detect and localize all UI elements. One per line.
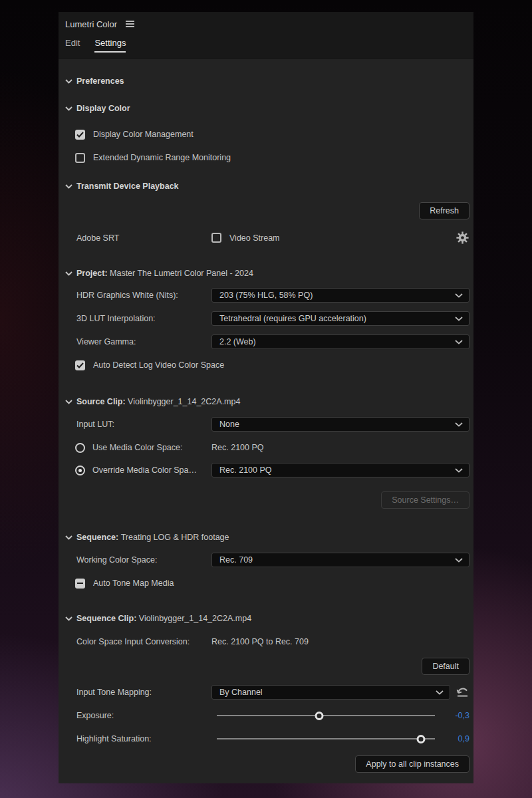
tab-bar: Edit Settings bbox=[65, 38, 467, 53]
slider-track[interactable] bbox=[217, 738, 435, 739]
field-label: 3D LUT Interpolation: bbox=[76, 314, 211, 323]
radio-label: Override Media Color Spa… bbox=[92, 466, 211, 475]
slider-track[interactable] bbox=[217, 715, 435, 716]
display-color-management-row: Display Color Management bbox=[76, 129, 469, 140]
auto-detect-log-checkbox[interactable] bbox=[75, 360, 85, 370]
dropdown-value: None bbox=[219, 420, 455, 429]
use-media-radio[interactable] bbox=[75, 443, 85, 453]
dropdown-value: Rec. 709 bbox=[219, 555, 455, 565]
apply-row: Apply to all clip instances bbox=[76, 755, 469, 773]
video-stream-label: Video Stream bbox=[229, 233, 280, 243]
chevron-down-icon bbox=[436, 690, 444, 695]
tab-edit[interactable]: Edit bbox=[65, 38, 80, 51]
chevron-down-icon bbox=[455, 468, 463, 473]
chevron-down-icon bbox=[455, 422, 463, 427]
auto-tone-map-checkbox[interactable] bbox=[75, 579, 85, 589]
tab-settings[interactable]: Settings bbox=[94, 38, 126, 53]
default-button[interactable]: Default bbox=[422, 658, 469, 675]
video-stream-checkbox[interactable] bbox=[211, 233, 221, 243]
section-title: Source Clip: bbox=[76, 397, 128, 406]
checkbox-label: Extended Dynamic Range Monitoring bbox=[93, 153, 231, 162]
chevron-down-icon bbox=[455, 293, 463, 298]
override-media-color-space-row: Override Media Color Spa… Rec. 2100 PQ bbox=[76, 463, 469, 477]
adobe-srt-label: Adobe SRT bbox=[76, 233, 211, 243]
section-sequence[interactable]: Sequence: Treating LOG & HDR footage bbox=[65, 532, 469, 543]
hdr-graphics-white-row: HDR Graphics White (Nits): 203 (75% HLG,… bbox=[76, 288, 469, 303]
chevron-down-icon bbox=[65, 184, 73, 189]
section-title: Sequence Clip: bbox=[76, 614, 139, 623]
slider-handle[interactable] bbox=[315, 712, 323, 720]
chevron-down-icon bbox=[65, 399, 73, 404]
display-color-management-checkbox[interactable] bbox=[75, 130, 85, 140]
slider-handle[interactable] bbox=[416, 735, 425, 743]
field-label: Input Tone Mapping: bbox=[76, 688, 211, 697]
use-media-color-space-row: Use Media Color Space: Rec. 2100 PQ bbox=[76, 442, 469, 453]
source-settings-row: Source Settings… bbox=[76, 491, 469, 509]
checkmark-icon bbox=[76, 362, 84, 368]
radio-label: Use Media Color Space: bbox=[92, 443, 211, 452]
checkbox-label: Auto Tone Map Media bbox=[93, 579, 174, 588]
highlight-saturation-value[interactable]: 0,9 bbox=[440, 734, 469, 743]
chevron-down-icon bbox=[455, 340, 463, 344]
field-label: Highlight Saturation: bbox=[76, 734, 211, 743]
chevron-down-icon bbox=[65, 616, 73, 621]
section-source-clip[interactable]: Source Clip: Violinbygger_1_14_2C2A.mp4 bbox=[65, 396, 469, 407]
section-title: Project: bbox=[76, 269, 110, 278]
chevron-down-icon bbox=[455, 317, 463, 321]
checkbox-label: Display Color Management bbox=[93, 130, 194, 139]
section-transmit-device-playback[interactable]: Transmit Device Playback bbox=[65, 181, 469, 192]
section-sequence-clip[interactable]: Sequence Clip: Violinbygger_1_14_2C2A.mp… bbox=[65, 613, 469, 624]
working-color-space-dropdown[interactable]: Rec. 709 bbox=[211, 553, 469, 567]
exposure-slider[interactable] bbox=[213, 709, 439, 722]
lut-interpolation-dropdown[interactable]: Tetrahedral (requires GPU acceleration) bbox=[211, 311, 469, 326]
input-tone-mapping-dropdown[interactable]: By Channel bbox=[211, 685, 450, 700]
field-label: HDR Graphics White (Nits): bbox=[76, 291, 211, 300]
section-title: Display Color bbox=[76, 104, 130, 113]
input-lut-dropdown[interactable]: None bbox=[211, 417, 469, 432]
section-title: Sequence: bbox=[76, 533, 121, 542]
extended-dynamic-range-checkbox[interactable] bbox=[75, 153, 85, 163]
exposure-value[interactable]: -0,3 bbox=[440, 711, 469, 720]
dropdown-value: Tetrahedral (requires GPU acceleration) bbox=[219, 314, 455, 323]
adobe-srt-row: Adobe SRT Video Stream bbox=[76, 231, 469, 245]
override-media-radio[interactable] bbox=[75, 466, 85, 475]
lumetri-color-panel: Lumetri Color Edit Settings Preferences … bbox=[59, 12, 473, 783]
panel-title: Lumetri Color bbox=[65, 19, 117, 29]
hamburger-menu-icon[interactable] bbox=[126, 21, 134, 27]
source-clip-name: Violinbygger_1_14_2C2A.mp4 bbox=[128, 397, 240, 406]
dropdown-value: By Channel bbox=[219, 688, 436, 697]
section-title: Transmit Device Playback bbox=[76, 182, 179, 191]
refresh-button[interactable]: Refresh bbox=[419, 202, 469, 219]
checkmark-icon bbox=[76, 132, 84, 138]
dropdown-value: Rec. 2100 PQ bbox=[219, 466, 455, 475]
section-preferences[interactable]: Preferences bbox=[65, 76, 469, 86]
refresh-row: Refresh bbox=[76, 202, 469, 219]
viewer-gamma-dropdown[interactable]: 2.2 (Web) bbox=[211, 334, 469, 349]
section-display-color[interactable]: Display Color bbox=[65, 103, 469, 114]
source-settings-button[interactable]: Source Settings… bbox=[381, 491, 469, 509]
chevron-down-icon bbox=[65, 78, 73, 84]
field-label: Viewer Gamma: bbox=[76, 337, 211, 346]
dash-icon bbox=[77, 583, 83, 584]
auto-tone-map-row: Auto Tone Map Media bbox=[76, 578, 469, 589]
panel-header: Lumetri Color Edit Settings bbox=[59, 12, 473, 59]
extended-dynamic-range-row: Extended Dynamic Range Monitoring bbox=[76, 152, 469, 163]
highlight-saturation-slider[interactable] bbox=[213, 732, 439, 745]
hdr-graphics-white-dropdown[interactable]: 203 (75% HLG, 58% PQ) bbox=[211, 288, 469, 303]
field-label: Exposure: bbox=[76, 711, 211, 720]
checkbox-label: Auto Detect Log Video Color Space bbox=[93, 360, 224, 370]
input-lut-row: Input LUT: None bbox=[76, 417, 469, 432]
reset-undo-icon[interactable] bbox=[456, 686, 469, 699]
chevron-down-icon bbox=[65, 535, 73, 540]
highlight-saturation-row: Highlight Saturation: 0,9 bbox=[76, 732, 469, 745]
gear-icon[interactable] bbox=[456, 231, 469, 245]
override-media-dropdown[interactable]: Rec. 2100 PQ bbox=[211, 463, 469, 477]
apply-to-all-clip-instances-button[interactable]: Apply to all clip instances bbox=[355, 755, 469, 773]
chevron-down-icon bbox=[65, 271, 73, 276]
default-row: Default bbox=[76, 658, 469, 675]
field-label: Working Color Space: bbox=[76, 555, 211, 565]
panel-body: Preferences Display Color Display Color … bbox=[59, 59, 473, 783]
sequence-name: Treating LOG & HDR footage bbox=[121, 533, 229, 542]
section-project[interactable]: Project: Master The Lumetri Color Panel … bbox=[65, 268, 469, 279]
sequence-clip-name: Violinbygger_1_14_2C2A.mp4 bbox=[139, 614, 251, 623]
